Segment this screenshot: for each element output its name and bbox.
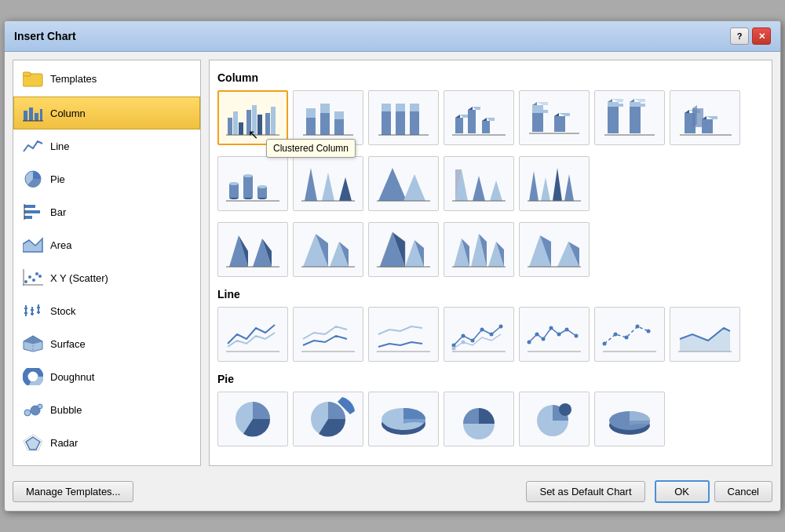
column-chart-grid: Clustered Column ↖ <box>217 90 764 145</box>
sidebar-item-line[interactable]: Line <box>13 129 200 162</box>
svg-point-177 <box>557 333 561 337</box>
chart-thumb-stacked-column[interactable] <box>293 90 363 145</box>
chart-thumb-line-markers[interactable] <box>217 307 288 362</box>
chart-thumb-mixed-cone[interactable] <box>519 156 590 211</box>
sidebar-item-label-stock: Stock <box>50 305 76 317</box>
section-header-column: Column <box>217 71 764 84</box>
chart-thumb-3d-pyramid-1[interactable] <box>217 222 288 277</box>
svg-rect-68 <box>468 110 476 133</box>
svg-rect-44 <box>246 110 251 135</box>
svg-marker-12 <box>23 239 42 252</box>
sidebar-item-doughnut[interactable]: Doughnut <box>13 360 200 393</box>
chart-thumb-cone-clustered[interactable] <box>293 156 363 211</box>
chart-thumb-3d-clustered-column[interactable] <box>444 90 514 145</box>
dialog-title: Insert Chart <box>14 30 76 42</box>
svg-rect-47 <box>265 113 270 135</box>
svg-marker-124 <box>473 176 485 201</box>
stock-icon <box>22 300 44 322</box>
svg-point-17 <box>38 275 42 278</box>
svg-rect-65 <box>455 118 463 133</box>
chart-thumb-3d-column[interactable] <box>670 90 740 145</box>
svg-point-169 <box>499 325 503 329</box>
svg-point-15 <box>32 279 35 282</box>
sidebar-item-templates[interactable]: Templates <box>13 60 200 97</box>
dialog-footer: Manage Templates... Set as Default Chart… <box>5 474 780 511</box>
set-default-button[interactable]: Set as Default Chart <box>526 481 644 502</box>
sidebar-item-column[interactable]: Column <box>13 97 200 129</box>
chart-thumb-pyramid-3[interactable] <box>444 156 514 211</box>
sidebar-item-surface[interactable]: Surface <box>13 327 200 360</box>
chart-thumb-cylinder-clustered[interactable] <box>217 156 288 211</box>
svg-rect-81 <box>554 116 565 132</box>
svg-marker-95 <box>634 99 645 102</box>
sidebar-item-radar[interactable]: Radar <box>13 426 200 459</box>
svg-rect-4 <box>35 113 38 121</box>
sidebar-item-xy[interactable]: X Y (Scatter) <box>13 261 200 294</box>
sidebar-item-area[interactable]: Area <box>13 228 200 261</box>
chart-thumb-clustered-column[interactable]: Clustered Column ↖ <box>217 90 288 145</box>
ok-button[interactable]: OK <box>655 480 710 503</box>
svg-marker-66 <box>460 115 468 118</box>
insert-chart-dialog: Insert Chart ? ✕ Templates <box>4 20 781 512</box>
svg-marker-40 <box>26 437 40 450</box>
svg-point-179 <box>575 334 579 338</box>
sidebar-item-bar[interactable]: Bar <box>13 195 200 228</box>
folder-icon <box>22 67 44 89</box>
chart-thumb-3d-stacked-column[interactable] <box>519 90 590 145</box>
chart-thumb-pie-3d[interactable] <box>368 392 439 446</box>
chart-thumb-line-stacked[interactable] <box>293 307 363 362</box>
svg-marker-128 <box>529 171 539 201</box>
svg-rect-107 <box>229 184 239 198</box>
sidebar-item-pie[interactable]: Pie <box>13 162 200 195</box>
chart-type-list: Templates Column <box>13 60 201 466</box>
chart-type-gallery: Column Cluste <box>209 60 772 466</box>
chart-thumb-pie-exploded[interactable] <box>519 392 590 446</box>
svg-rect-1 <box>23 72 31 76</box>
svg-point-185 <box>647 330 651 333</box>
column-icon <box>22 102 44 124</box>
chart-thumb-3d-pyramid-3[interactable] <box>368 222 439 277</box>
chart-thumb-3d-pyramid-5[interactable] <box>519 222 590 277</box>
doughnut-icon <box>22 366 44 388</box>
svg-marker-79 <box>537 102 548 105</box>
chart-thumb-100pct-column[interactable] <box>368 90 439 145</box>
chart-thumb-pie-3d-exploded[interactable] <box>594 392 665 446</box>
chart-thumb-pie-1[interactable] <box>217 392 288 446</box>
svg-point-13 <box>24 280 27 283</box>
sidebar-item-label-column: Column <box>50 107 86 119</box>
svg-marker-129 <box>541 177 550 201</box>
svg-marker-89 <box>612 99 623 102</box>
svg-marker-130 <box>553 168 562 201</box>
chart-thumb-line-dashed[interactable] <box>594 307 665 362</box>
cancel-button[interactable]: Cancel <box>714 481 772 502</box>
svg-rect-55 <box>334 111 344 119</box>
chart-thumb-line-area[interactable] <box>670 307 740 362</box>
sidebar-item-stock[interactable]: Stock <box>13 294 200 327</box>
svg-rect-52 <box>320 113 330 135</box>
sidebar-item-bubble[interactable]: Bubble <box>13 393 200 426</box>
chart-thumb-pie-2[interactable] <box>293 392 363 446</box>
footer-right-buttons: Set as Default Chart OK Cancel <box>526 480 772 503</box>
chart-thumb-3d-pyramid-4[interactable] <box>444 222 514 277</box>
svg-rect-113 <box>257 187 267 198</box>
sidebar-item-label-bar: Bar <box>50 206 66 218</box>
svg-rect-54 <box>334 119 344 135</box>
chart-thumb-line-100pct[interactable] <box>368 307 439 362</box>
close-button[interactable]: ✕ <box>752 27 771 45</box>
svg-rect-88 <box>608 102 619 107</box>
help-button[interactable]: ? <box>730 27 749 45</box>
surface-icon <box>22 333 44 355</box>
svg-point-167 <box>480 328 484 332</box>
svg-rect-5 <box>40 109 42 121</box>
svg-rect-43 <box>239 122 243 135</box>
manage-templates-button[interactable]: Manage Templates... <box>13 481 133 502</box>
chart-thumb-pyramid-2[interactable] <box>368 156 439 211</box>
chart-thumb-3d-pyramid-2[interactable] <box>293 222 363 277</box>
bar-icon <box>22 201 44 223</box>
chart-thumb-pie-semicircle[interactable] <box>444 392 514 446</box>
chart-thumb-3d-100pct-column[interactable] <box>594 90 665 145</box>
svg-rect-91 <box>630 107 641 133</box>
chart-thumb-line-wavy[interactable] <box>519 307 590 362</box>
svg-point-114 <box>257 185 267 188</box>
chart-thumb-line-scatter[interactable] <box>444 307 514 362</box>
